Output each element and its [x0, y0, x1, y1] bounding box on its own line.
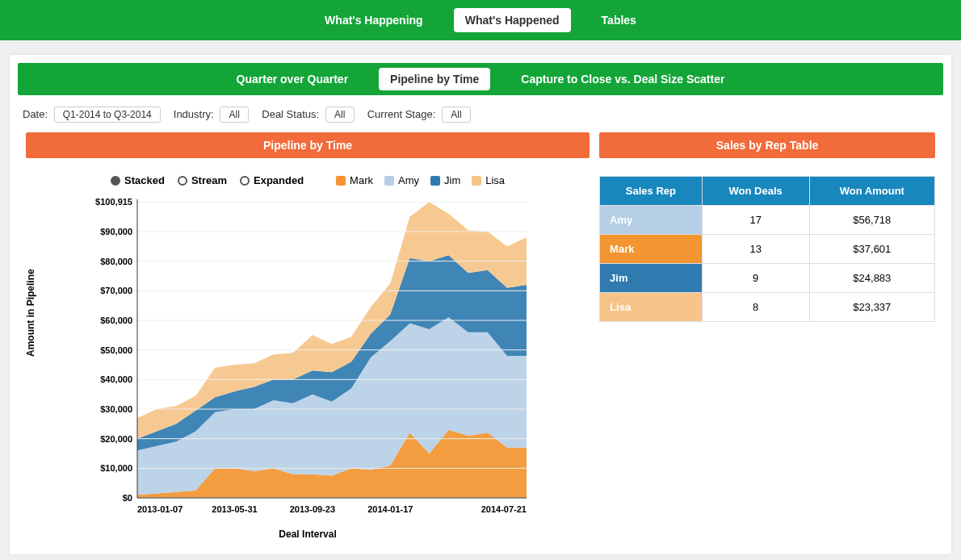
- x-tick-label: 2013-09-23: [290, 504, 335, 514]
- y-tick-label: $90,000: [100, 227, 132, 236]
- filter-bar: Date: Q1-2014 to Q3-2014 Industry: All D…: [18, 103, 943, 132]
- y-tick-label: $100,915: [95, 197, 132, 207]
- cell-rep-name: Amy: [600, 206, 703, 235]
- y-tick-label: $40,000: [100, 374, 132, 384]
- subnav-qoq[interactable]: Quarter over Quarter: [225, 68, 360, 90]
- nav-whats-happened[interactable]: What's Happened: [454, 8, 571, 32]
- legend-swatch: [384, 176, 394, 186]
- toggle-expanded[interactable]: Expanded: [240, 173, 304, 188]
- chart-legend: MarkAmyJimLisa: [336, 174, 505, 186]
- radio-icon: [240, 176, 250, 186]
- legend-item[interactable]: Lisa: [472, 174, 505, 186]
- table-row: Mark13$37,601: [600, 235, 935, 264]
- filter-date-select[interactable]: Q1-2014 to Q3-2014: [54, 107, 161, 123]
- panel-title-table: Sales by Rep Table: [599, 132, 935, 158]
- cell-amount: $56,718: [809, 206, 934, 235]
- y-tick-label: $60,000: [100, 316, 132, 325]
- y-tick-label: $30,000: [100, 404, 132, 414]
- cell-amount: $23,337: [809, 293, 934, 322]
- radio-icon: [178, 176, 187, 186]
- sales-rep-table: Sales Rep Won Deals Won Amount Amy17$56,…: [599, 176, 935, 322]
- table-header-deals[interactable]: Won Deals: [702, 177, 809, 206]
- nav-tables[interactable]: Tables: [590, 8, 648, 32]
- legend-swatch: [472, 176, 481, 186]
- table-header-rep[interactable]: Sales Rep: [600, 177, 703, 206]
- chart-mode-toggles: Stacked Stream Expanded: [111, 173, 304, 188]
- y-tick-label: $80,000: [100, 257, 132, 266]
- radio-icon: [111, 176, 120, 186]
- table-row: Amy17$56,718: [600, 206, 935, 235]
- y-axis-label: Amount in Pipeline: [25, 269, 36, 357]
- cell-rep-name: Lisa: [600, 293, 703, 322]
- legend-item[interactable]: Mark: [336, 174, 373, 186]
- legend-swatch: [336, 176, 346, 186]
- stacked-area-chart[interactable]: $0$10,000$20,000$30,000$40,000$50,000$60…: [81, 191, 533, 522]
- y-tick-label: $10,000: [100, 463, 132, 473]
- filter-industry-label: Industry:: [174, 108, 214, 120]
- cell-deals: 8: [702, 293, 809, 322]
- cell-rep-name: Mark: [600, 235, 703, 264]
- cell-amount: $37,601: [809, 235, 934, 264]
- top-nav: What's Happening What's Happened Tables: [0, 0, 961, 40]
- filter-date-label: Date:: [23, 108, 48, 120]
- legend-item[interactable]: Amy: [384, 174, 419, 186]
- x-tick-label: 2013-05-31: [212, 504, 257, 514]
- y-tick-label: $50,000: [100, 345, 132, 355]
- filter-deal-status-label: Deal Status:: [262, 108, 319, 120]
- filter-current-stage-select[interactable]: All: [442, 107, 471, 123]
- toggle-stream[interactable]: Stream: [178, 173, 227, 188]
- legend-item[interactable]: Jim: [430, 174, 460, 186]
- chart-area: Stacked Stream Expanded MarkAmyJimLisa A…: [26, 158, 590, 540]
- x-tick-label: 2014-07-21: [481, 504, 527, 514]
- x-axis-label: Deal Interval: [26, 529, 590, 540]
- filter-deal-status-select[interactable]: All: [325, 107, 355, 123]
- subnav-scatter[interactable]: Capture to Close vs. Deal Size Scatter: [510, 68, 736, 90]
- legend-swatch: [430, 176, 440, 186]
- filter-current-stage-label: Current Stage:: [367, 108, 436, 120]
- cell-amount: $24,883: [809, 264, 934, 293]
- toggle-stacked[interactable]: Stacked: [111, 173, 165, 188]
- y-tick-label: $0: [123, 493, 132, 503]
- cell-deals: 17: [702, 206, 809, 235]
- filter-industry-select[interactable]: All: [220, 107, 249, 123]
- table-row: Jim9$24,883: [600, 264, 935, 293]
- cell-rep-name: Jim: [600, 264, 703, 293]
- subnav-pipeline[interactable]: Pipeline by Time: [379, 68, 490, 90]
- panel-title-pipeline: Pipeline by Time: [26, 132, 590, 158]
- y-tick-label: $20,000: [100, 434, 132, 444]
- cell-deals: 13: [702, 235, 809, 264]
- nav-whats-happening[interactable]: What's Happening: [313, 8, 434, 32]
- x-tick-label: 2013-01-07: [137, 504, 183, 514]
- page-content: Quarter over Quarter Pipeline by Time Ca…: [10, 55, 951, 554]
- x-tick-label: 2014-01-17: [367, 504, 413, 514]
- table-row: Lisa8$23,337: [600, 293, 935, 322]
- y-tick-label: $70,000: [100, 286, 132, 295]
- sub-nav: Quarter over Quarter Pipeline by Time Ca…: [18, 63, 943, 95]
- cell-deals: 9: [702, 264, 809, 293]
- table-header-amount[interactable]: Won Amount: [809, 177, 934, 206]
